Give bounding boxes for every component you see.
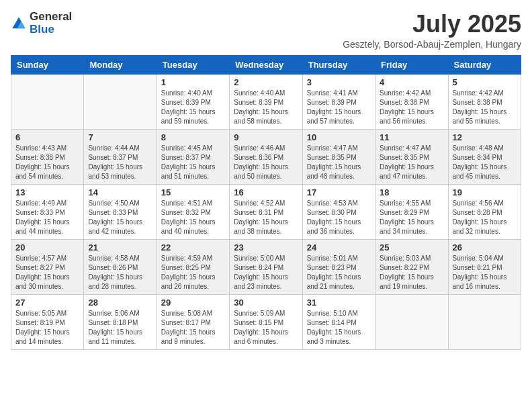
title-section: July 2025 Gesztely, Borsod-Abauj-Zemplen… (343, 11, 521, 50)
day-info: Sunrise: 5:09 AMSunset: 8:15 PMDaylight:… (234, 309, 298, 347)
day-info: Sunrise: 4:41 AMSunset: 8:39 PMDaylight:… (307, 89, 371, 126)
calendar-day-cell: 29Sunrise: 5:08 AMSunset: 8:17 PMDayligh… (157, 294, 229, 349)
logo-general-text: General (30, 11, 72, 24)
day-info: Sunrise: 4:52 AMSunset: 8:31 PMDaylight:… (234, 199, 298, 236)
day-info: Sunrise: 4:48 AMSunset: 8:34 PMDaylight:… (453, 144, 517, 181)
day-info: Sunrise: 4:58 AMSunset: 8:26 PMDaylight:… (88, 254, 152, 291)
day-number: 16 (234, 187, 298, 197)
calendar-day-cell: 24Sunrise: 5:01 AMSunset: 8:23 PMDayligh… (302, 239, 375, 294)
calendar-day-cell: 14Sunrise: 4:50 AMSunset: 8:33 PMDayligh… (84, 184, 157, 239)
day-number: 22 (161, 242, 225, 253)
calendar-day-cell: 12Sunrise: 4:48 AMSunset: 8:34 PMDayligh… (448, 129, 521, 184)
calendar-day-cell: 10Sunrise: 4:47 AMSunset: 8:35 PMDayligh… (302, 129, 375, 184)
day-info: Sunrise: 4:47 AMSunset: 8:35 PMDaylight:… (380, 144, 443, 181)
day-number: 20 (15, 242, 79, 253)
calendar-day-cell: 30Sunrise: 5:09 AMSunset: 8:15 PMDayligh… (230, 294, 302, 349)
day-number: 10 (307, 132, 371, 142)
day-info: Sunrise: 5:08 AMSunset: 8:17 PMDaylight:… (161, 309, 225, 347)
day-info: Sunrise: 4:42 AMSunset: 8:38 PMDaylight:… (380, 89, 443, 126)
logo-blue-text: Blue (30, 24, 72, 36)
weekday-header-thursday: Thursday (302, 55, 375, 74)
day-info: Sunrise: 4:50 AMSunset: 8:33 PMDaylight:… (88, 199, 152, 236)
day-number: 8 (161, 132, 225, 142)
calendar-week-row: 27Sunrise: 5:05 AMSunset: 8:19 PMDayligh… (11, 294, 521, 349)
calendar-day-cell: 18Sunrise: 4:55 AMSunset: 8:29 PMDayligh… (375, 184, 448, 239)
day-info: Sunrise: 5:05 AMSunset: 8:19 PMDaylight:… (15, 309, 79, 347)
day-info: Sunrise: 5:06 AMSunset: 8:18 PMDaylight:… (88, 309, 152, 347)
day-info: Sunrise: 4:44 AMSunset: 8:37 PMDaylight:… (88, 144, 152, 181)
weekday-header-tuesday: Tuesday (157, 55, 229, 74)
calendar-day-cell: 8Sunrise: 4:45 AMSunset: 8:37 PMDaylight… (157, 129, 229, 184)
day-number: 3 (307, 77, 371, 87)
day-number: 11 (380, 132, 443, 142)
day-number: 24 (307, 242, 371, 253)
day-number: 18 (380, 187, 443, 197)
day-number: 4 (380, 77, 443, 87)
day-number: 1 (161, 77, 225, 87)
day-number: 25 (380, 242, 443, 253)
calendar-day-cell (84, 74, 157, 129)
calendar-day-cell: 9Sunrise: 4:46 AMSunset: 8:36 PMDaylight… (230, 129, 302, 184)
day-info: Sunrise: 4:51 AMSunset: 8:32 PMDaylight:… (161, 199, 225, 236)
calendar-day-cell (448, 294, 521, 349)
day-number: 31 (307, 298, 371, 308)
weekday-header-saturday: Saturday (448, 55, 521, 74)
day-info: Sunrise: 4:57 AMSunset: 8:27 PMDaylight:… (15, 254, 79, 291)
day-info: Sunrise: 4:53 AMSunset: 8:30 PMDaylight:… (307, 199, 371, 236)
day-number: 12 (453, 132, 517, 142)
calendar-day-cell: 27Sunrise: 5:05 AMSunset: 8:19 PMDayligh… (11, 294, 84, 349)
calendar-day-cell: 25Sunrise: 5:03 AMSunset: 8:22 PMDayligh… (375, 239, 448, 294)
day-info: Sunrise: 4:56 AMSunset: 8:28 PMDaylight:… (453, 199, 517, 236)
weekday-header-friday: Friday (375, 55, 448, 74)
day-number: 5 (453, 77, 517, 87)
calendar-day-cell: 5Sunrise: 4:42 AMSunset: 8:38 PMDaylight… (448, 74, 521, 129)
day-info: Sunrise: 4:55 AMSunset: 8:29 PMDaylight:… (380, 199, 443, 236)
day-info: Sunrise: 4:59 AMSunset: 8:25 PMDaylight:… (161, 254, 225, 291)
day-number: 2 (234, 77, 298, 87)
location: Gesztely, Borsod-Abauj-Zemplen, Hungary (343, 39, 521, 50)
day-number: 6 (15, 132, 79, 142)
day-info: Sunrise: 5:00 AMSunset: 8:24 PMDaylight:… (234, 254, 298, 291)
day-info: Sunrise: 4:49 AMSunset: 8:33 PMDaylight:… (15, 199, 79, 236)
day-info: Sunrise: 5:01 AMSunset: 8:23 PMDaylight:… (307, 254, 371, 291)
calendar-day-cell: 19Sunrise: 4:56 AMSunset: 8:28 PMDayligh… (448, 184, 521, 239)
day-number: 14 (88, 187, 152, 197)
weekday-header-monday: Monday (84, 55, 157, 74)
calendar-day-cell: 17Sunrise: 4:53 AMSunset: 8:30 PMDayligh… (302, 184, 375, 239)
day-info: Sunrise: 4:45 AMSunset: 8:37 PMDaylight:… (161, 144, 225, 181)
day-number: 30 (234, 298, 298, 308)
calendar-day-cell: 2Sunrise: 4:40 AMSunset: 8:39 PMDaylight… (230, 74, 302, 129)
day-info: Sunrise: 5:04 AMSunset: 8:21 PMDaylight:… (453, 254, 517, 291)
calendar-day-cell: 4Sunrise: 4:42 AMSunset: 8:38 PMDaylight… (375, 74, 448, 129)
day-number: 17 (307, 187, 371, 197)
calendar-week-row: 6Sunrise: 4:43 AMSunset: 8:38 PMDaylight… (11, 129, 521, 184)
logo-icon (11, 15, 27, 32)
day-info: Sunrise: 4:40 AMSunset: 8:39 PMDaylight:… (161, 89, 225, 126)
calendar-day-cell: 28Sunrise: 5:06 AMSunset: 8:18 PMDayligh… (84, 294, 157, 349)
day-number: 7 (88, 132, 152, 142)
calendar-day-cell: 31Sunrise: 5:10 AMSunset: 8:14 PMDayligh… (302, 294, 375, 349)
calendar-day-cell (375, 294, 448, 349)
calendar-day-cell: 7Sunrise: 4:44 AMSunset: 8:37 PMDaylight… (84, 129, 157, 184)
day-number: 15 (161, 187, 225, 197)
calendar-week-row: 1Sunrise: 4:40 AMSunset: 8:39 PMDaylight… (11, 74, 521, 129)
calendar-table: SundayMondayTuesdayWednesdayThursdayFrid… (11, 55, 521, 350)
month-year: July 2025 (343, 11, 521, 38)
calendar-day-cell (11, 74, 84, 129)
calendar-day-cell: 11Sunrise: 4:47 AMSunset: 8:35 PMDayligh… (375, 129, 448, 184)
day-info: Sunrise: 4:40 AMSunset: 8:39 PMDaylight:… (234, 89, 298, 126)
day-number: 29 (161, 298, 225, 308)
day-number: 26 (453, 242, 517, 253)
day-info: Sunrise: 4:47 AMSunset: 8:35 PMDaylight:… (307, 144, 371, 181)
day-info: Sunrise: 4:43 AMSunset: 8:38 PMDaylight:… (15, 144, 79, 181)
day-number: 23 (234, 242, 298, 253)
day-number: 28 (88, 298, 152, 308)
calendar-day-cell: 20Sunrise: 4:57 AMSunset: 8:27 PMDayligh… (11, 239, 84, 294)
day-number: 19 (453, 187, 517, 197)
calendar-day-cell: 13Sunrise: 4:49 AMSunset: 8:33 PMDayligh… (11, 184, 84, 239)
day-info: Sunrise: 4:46 AMSunset: 8:36 PMDaylight:… (234, 144, 298, 181)
calendar-day-cell: 23Sunrise: 5:00 AMSunset: 8:24 PMDayligh… (230, 239, 302, 294)
calendar-day-cell: 3Sunrise: 4:41 AMSunset: 8:39 PMDaylight… (302, 74, 375, 129)
weekday-header-sunday: Sunday (11, 55, 84, 74)
day-number: 21 (88, 242, 152, 253)
